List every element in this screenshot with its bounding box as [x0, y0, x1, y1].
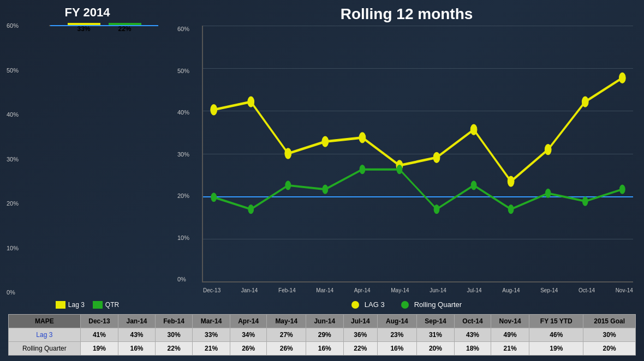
svg-point-11 [619, 73, 625, 83]
svg-point-8 [508, 176, 514, 186]
cell-rolling-jun14: 16% [306, 342, 344, 356]
cell-rolling-sep14: 20% [416, 342, 455, 356]
svg-point-17 [397, 165, 402, 174]
legend-rolling-right: Rolling Quarter [401, 300, 462, 309]
cell-rolling-goal: 20% [583, 342, 636, 356]
cell-lag3-dec13: 41% [80, 328, 118, 342]
cell-lag3-nov14: 49% [491, 328, 529, 342]
svg-point-2 [285, 148, 291, 159]
charts-row: FY 2014 60% 50% 40% 30% 20% 10% 0% [5, 5, 639, 309]
svg-point-22 [582, 197, 588, 206]
svg-point-16 [360, 165, 365, 174]
svg-point-12 [211, 193, 217, 202]
cell-lag3-aug14: 23% [378, 328, 417, 342]
svg-point-4 [359, 133, 366, 143]
cell-lag3-sep14: 31% [416, 328, 455, 342]
legend-lag3-label: Lag 3 [68, 301, 85, 309]
col-may14: May-14 [267, 315, 306, 328]
right-chart: Rolling 12 months 60% 50% 40% 30% 20% 10… [175, 5, 639, 309]
table-row-lag3: Lag 3 41% 43% 30% 33% 34% 27% 29% 36% 23… [9, 328, 636, 342]
cell-lag3-goal: 30% [583, 328, 636, 342]
legend-rolling-right-label: Rolling Quarter [414, 300, 462, 309]
legend-rolling-circle [401, 301, 409, 309]
table-row-rolling: Rolling Quarter 19% 16% 22% 21% 26% 26% … [9, 342, 636, 356]
cell-rolling-fy15ytd: 19% [529, 342, 583, 356]
cell-rolling-jan14: 16% [118, 342, 156, 356]
legend-qtr-label: QTR [105, 301, 119, 309]
cell-rolling-dec13: 19% [80, 342, 118, 356]
right-chart-border: Dec-13 Jan-14 Feb-14 Mar-14 Apr-14 May-1… [202, 26, 633, 282]
data-table-container: MAPE Dec-13 Jan-14 Feb-14 Mar-14 Apr-14 … [5, 314, 639, 356]
col-nov14: Nov-14 [491, 315, 529, 328]
col-apr14: Apr-14 [230, 315, 267, 328]
right-y-axis: 60% 50% 40% 30% 20% 10% 0% [177, 26, 189, 282]
main-container: FY 2014 60% 50% 40% 30% 20% 10% 0% [0, 0, 644, 361]
col-oct14: Oct-14 [455, 315, 491, 328]
svg-point-15 [323, 185, 328, 194]
table-header-row: MAPE Dec-13 Jan-14 Feb-14 Mar-14 Apr-14 … [9, 315, 636, 328]
svg-point-7 [470, 124, 477, 135]
col-fy15ytd: FY 15 YTD [529, 315, 583, 328]
cell-rolling-apr14: 26% [230, 342, 267, 356]
svg-point-21 [545, 189, 551, 198]
cell-rolling-aug14: 16% [378, 342, 417, 356]
col-dec13: Dec-13 [80, 315, 118, 328]
col-mape: MAPE [9, 315, 81, 328]
cell-lag3-jun14: 29% [306, 328, 344, 342]
legend-qtr-color [93, 301, 103, 309]
svg-point-14 [285, 181, 291, 190]
col-aug14: Aug-14 [378, 315, 417, 328]
svg-point-1 [248, 97, 254, 107]
cell-rolling-label: Rolling Quarter [9, 342, 81, 356]
svg-point-6 [433, 152, 440, 163]
cell-lag3-oct14: 43% [455, 328, 491, 342]
right-legend: LAG 3 Rolling Quarter [175, 300, 639, 309]
cell-rolling-may14: 26% [267, 342, 306, 356]
legend-lag3-circle [351, 301, 359, 309]
svg-point-13 [248, 205, 254, 214]
left-chart-area: 33% 22% [49, 25, 158, 26]
cell-rolling-oct14: 18% [455, 342, 491, 356]
col-jun14: Jun-14 [306, 315, 344, 328]
col-sep14: Sep-14 [416, 315, 455, 328]
legend-lag3-color [56, 301, 65, 309]
col-jul14: Jul-14 [343, 315, 378, 328]
chart-svg [203, 26, 633, 281]
svg-point-19 [471, 181, 476, 190]
cell-lag3-jul14: 36% [343, 328, 378, 342]
cell-lag3-mar14: 33% [193, 328, 230, 342]
right-x-axis: Dec-13 Jan-14 Feb-14 Mar-14 Apr-14 May-1… [203, 287, 633, 293]
cell-lag3-apr14: 34% [230, 328, 267, 342]
cell-lag3-jan14: 43% [118, 328, 156, 342]
right-chart-title: Rolling 12 months [175, 5, 639, 23]
svg-point-0 [211, 105, 217, 115]
left-y-axis: 60% 50% 40% 30% 20% 10% 0% [7, 22, 19, 296]
cell-rolling-nov14: 21% [491, 342, 529, 356]
svg-point-3 [322, 136, 329, 147]
left-legend: Lag 3 QTR [5, 301, 169, 309]
col-mar14: Mar-14 [193, 315, 230, 328]
legend-lag3: Lag 3 [56, 301, 85, 309]
data-table: MAPE Dec-13 Jan-14 Feb-14 Mar-14 Apr-14 … [8, 314, 636, 356]
legend-qtr: QTR [93, 301, 119, 309]
cell-rolling-jul14: 22% [343, 342, 378, 356]
svg-point-18 [434, 205, 439, 214]
cell-lag3-feb14: 30% [155, 328, 193, 342]
cell-rolling-feb14: 22% [155, 342, 193, 356]
col-jan14: Jan-14 [118, 315, 156, 328]
svg-point-10 [582, 97, 588, 107]
svg-point-20 [508, 205, 514, 214]
cell-lag3-may14: 27% [267, 328, 306, 342]
left-chart-title: FY 2014 [5, 5, 169, 20]
col-feb14: Feb-14 [155, 315, 193, 328]
svg-point-23 [619, 185, 625, 194]
svg-point-9 [545, 145, 551, 155]
col-2015goal: 2015 Goal [583, 315, 636, 328]
cell-rolling-mar14: 21% [193, 342, 230, 356]
legend-lag3-right-label: LAG 3 [365, 300, 385, 309]
legend-lag3-right: LAG 3 [351, 300, 385, 309]
left-chart: FY 2014 60% 50% 40% 30% 20% 10% 0% [5, 5, 169, 309]
cell-lag3-label: Lag 3 [9, 328, 81, 342]
cell-lag3-fy15ytd: 46% [529, 328, 583, 342]
